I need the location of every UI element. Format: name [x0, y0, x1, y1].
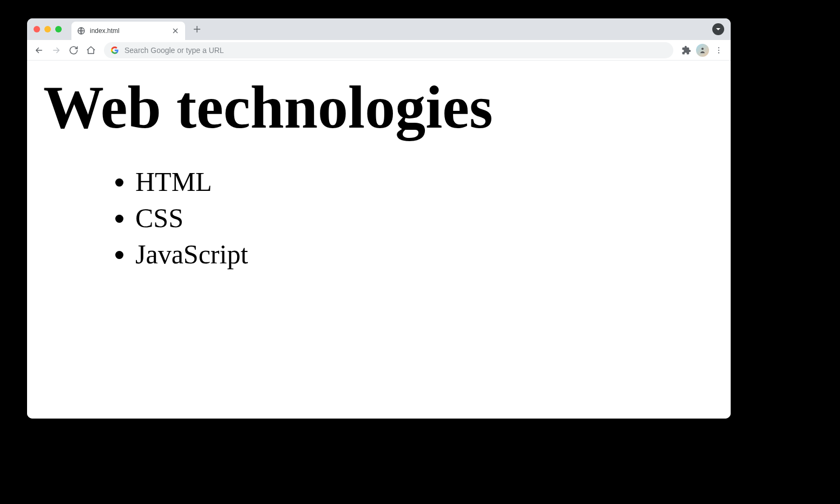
- svg-point-2: [718, 47, 719, 48]
- globe-icon: [77, 26, 86, 35]
- toolbar: Search Google or type a URL: [27, 40, 731, 61]
- window-minimize-button[interactable]: [44, 26, 51, 32]
- page-viewport: Web technologies HTML CSS JavaScript: [27, 61, 731, 419]
- window-maximize-button[interactable]: [55, 26, 62, 32]
- extensions-button[interactable]: [679, 43, 694, 58]
- svg-point-4: [718, 52, 719, 53]
- page-heading: Web technologies: [43, 77, 714, 137]
- address-bar[interactable]: Search Google or type a URL: [104, 42, 673, 58]
- search-tabs-button[interactable]: [712, 23, 724, 35]
- traffic-lights: [34, 26, 62, 32]
- list-item: HTML: [135, 164, 714, 200]
- svg-point-1: [701, 48, 704, 50]
- forward-button[interactable]: [49, 43, 64, 58]
- back-button[interactable]: [31, 43, 47, 58]
- svg-point-3: [718, 49, 719, 50]
- new-tab-button[interactable]: [189, 22, 205, 37]
- reload-button[interactable]: [66, 43, 81, 58]
- list-item: CSS: [135, 201, 714, 236]
- page-list: HTML CSS JavaScript: [43, 164, 714, 272]
- address-bar-placeholder: Search Google or type a URL: [124, 46, 224, 55]
- close-tab-button[interactable]: [171, 26, 180, 35]
- active-tab[interactable]: index.html: [71, 22, 185, 40]
- menu-button[interactable]: [711, 43, 726, 58]
- profile-avatar[interactable]: [696, 44, 709, 57]
- google-icon: [110, 46, 119, 55]
- tab-title: index.html: [90, 27, 167, 35]
- browser-window: index.html: [27, 18, 731, 419]
- home-button[interactable]: [83, 43, 99, 58]
- tab-bar: index.html: [27, 18, 731, 40]
- list-item: JavaScript: [135, 237, 714, 272]
- window-close-button[interactable]: [34, 26, 40, 32]
